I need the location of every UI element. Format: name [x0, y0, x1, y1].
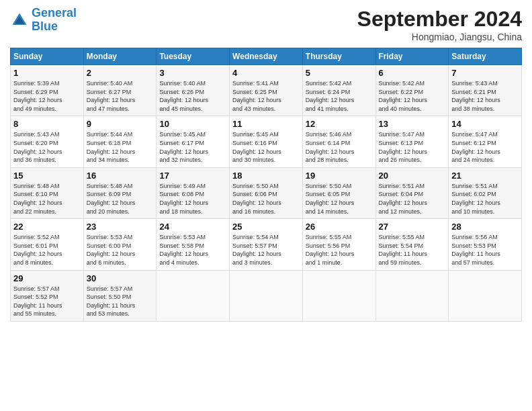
day-info: Sunrise: 5:48 AM Sunset: 6:09 PM Dayligh… — [87, 182, 154, 216]
weekday-header-tuesday: Tuesday — [157, 48, 230, 65]
day-number: 23 — [87, 222, 154, 232]
calendar-week-1: 1Sunrise: 5:39 AM Sunset: 6:29 PM Daylig… — [11, 65, 522, 116]
calendar-cell: 21Sunrise: 5:51 AM Sunset: 6:02 PM Dayli… — [449, 167, 522, 218]
day-info: Sunrise: 5:57 AM Sunset: 5:52 PM Dayligh… — [13, 285, 81, 318]
weekday-header-saturday: Saturday — [449, 48, 522, 65]
day-number: 25 — [232, 222, 300, 232]
calendar-cell: 14Sunrise: 5:47 AM Sunset: 6:12 PM Dayli… — [449, 116, 522, 167]
calendar-cell: 3Sunrise: 5:40 AM Sunset: 6:26 PM Daylig… — [157, 65, 230, 116]
calendar-cell: 22Sunrise: 5:52 AM Sunset: 6:01 PM Dayli… — [11, 219, 84, 270]
calendar-cell — [375, 270, 449, 321]
day-info: Sunrise: 5:42 AM Sunset: 6:24 PM Dayligh… — [306, 79, 373, 113]
weekday-header-monday: Monday — [83, 48, 157, 65]
day-number: 10 — [159, 119, 226, 129]
calendar-header-row: SundayMondayTuesdayWednesdayThursdayFrid… — [11, 48, 522, 65]
day-number: 3 — [159, 68, 226, 78]
calendar-table: SundayMondayTuesdayWednesdayThursdayFrid… — [10, 48, 522, 322]
calendar-cell — [230, 270, 303, 321]
calendar-cell: 7Sunrise: 5:43 AM Sunset: 6:21 PM Daylig… — [449, 65, 522, 116]
logo-text: General Blue — [32, 7, 77, 34]
day-number: 30 — [87, 273, 154, 283]
weekday-header-friday: Friday — [375, 48, 449, 65]
month-title: September 2024 — [357, 7, 522, 32]
calendar-cell: 15Sunrise: 5:48 AM Sunset: 6:10 PM Dayli… — [11, 167, 84, 218]
day-info: Sunrise: 5:45 AM Sunset: 6:17 PM Dayligh… — [159, 130, 226, 164]
calendar-cell: 2Sunrise: 5:40 AM Sunset: 6:27 PM Daylig… — [83, 65, 157, 116]
calendar-body: 1Sunrise: 5:39 AM Sunset: 6:29 PM Daylig… — [11, 65, 522, 322]
day-info: Sunrise: 5:53 AM Sunset: 5:58 PM Dayligh… — [159, 233, 226, 267]
weekday-header-sunday: Sunday — [11, 48, 84, 65]
day-number: 22 — [13, 222, 81, 232]
day-info: Sunrise: 5:40 AM Sunset: 6:27 PM Dayligh… — [87, 79, 154, 113]
day-number: 16 — [87, 171, 154, 181]
day-info: Sunrise: 5:39 AM Sunset: 6:29 PM Dayligh… — [13, 79, 81, 113]
day-number: 2 — [87, 68, 154, 78]
calendar-week-5: 29Sunrise: 5:57 AM Sunset: 5:52 PM Dayli… — [11, 270, 522, 321]
day-info: Sunrise: 5:57 AM Sunset: 5:50 PM Dayligh… — [87, 285, 154, 318]
calendar-cell: 25Sunrise: 5:54 AM Sunset: 5:57 PM Dayli… — [230, 219, 303, 270]
day-info: Sunrise: 5:53 AM Sunset: 6:00 PM Dayligh… — [87, 233, 154, 267]
calendar-week-4: 22Sunrise: 5:52 AM Sunset: 6:01 PM Dayli… — [11, 219, 522, 270]
weekday-header-wednesday: Wednesday — [230, 48, 303, 65]
day-number: 1 — [13, 68, 81, 78]
day-number: 6 — [379, 68, 446, 78]
day-info: Sunrise: 5:51 AM Sunset: 6:04 PM Dayligh… — [379, 182, 446, 216]
day-number: 9 — [87, 119, 154, 129]
calendar-cell: 11Sunrise: 5:45 AM Sunset: 6:16 PM Dayli… — [230, 116, 303, 167]
day-number: 19 — [306, 171, 373, 181]
calendar-cell: 12Sunrise: 5:46 AM Sunset: 6:14 PM Dayli… — [302, 116, 375, 167]
day-info: Sunrise: 5:50 AM Sunset: 6:05 PM Dayligh… — [306, 182, 373, 216]
day-info: Sunrise: 5:44 AM Sunset: 6:18 PM Dayligh… — [87, 130, 154, 164]
day-number: 14 — [451, 119, 519, 129]
day-info: Sunrise: 5:47 AM Sunset: 6:13 PM Dayligh… — [379, 130, 446, 164]
calendar-cell: 5Sunrise: 5:42 AM Sunset: 6:24 PM Daylig… — [302, 65, 375, 116]
day-info: Sunrise: 5:56 AM Sunset: 5:53 PM Dayligh… — [451, 233, 519, 267]
day-number: 24 — [159, 222, 226, 232]
calendar-cell: 13Sunrise: 5:47 AM Sunset: 6:13 PM Dayli… — [375, 116, 449, 167]
day-number: 20 — [379, 171, 446, 181]
day-number: 17 — [159, 171, 226, 181]
day-info: Sunrise: 5:51 AM Sunset: 6:02 PM Dayligh… — [451, 182, 519, 216]
calendar-cell: 6Sunrise: 5:42 AM Sunset: 6:22 PM Daylig… — [375, 65, 449, 116]
calendar-cell: 28Sunrise: 5:56 AM Sunset: 5:53 PM Dayli… — [449, 219, 522, 270]
day-info: Sunrise: 5:54 AM Sunset: 5:57 PM Dayligh… — [232, 233, 300, 267]
calendar-cell: 17Sunrise: 5:49 AM Sunset: 6:08 PM Dayli… — [157, 167, 230, 218]
day-info: Sunrise: 5:55 AM Sunset: 5:54 PM Dayligh… — [379, 233, 446, 267]
day-number: 15 — [13, 171, 81, 181]
day-number: 7 — [451, 68, 519, 78]
day-info: Sunrise: 5:48 AM Sunset: 6:10 PM Dayligh… — [13, 182, 81, 216]
day-info: Sunrise: 5:55 AM Sunset: 5:56 PM Dayligh… — [306, 233, 373, 267]
calendar-cell: 27Sunrise: 5:55 AM Sunset: 5:54 PM Dayli… — [375, 219, 449, 270]
calendar-cell: 26Sunrise: 5:55 AM Sunset: 5:56 PM Dayli… — [302, 219, 375, 270]
calendar-cell: 29Sunrise: 5:57 AM Sunset: 5:52 PM Dayli… — [11, 270, 84, 321]
calendar-cell: 4Sunrise: 5:41 AM Sunset: 6:25 PM Daylig… — [230, 65, 303, 116]
day-number: 4 — [232, 68, 300, 78]
day-info: Sunrise: 5:49 AM Sunset: 6:08 PM Dayligh… — [159, 182, 226, 216]
calendar-cell: 10Sunrise: 5:45 AM Sunset: 6:17 PM Dayli… — [157, 116, 230, 167]
logo-line1: General — [32, 6, 77, 19]
day-number: 29 — [13, 273, 81, 283]
day-number: 11 — [232, 119, 300, 129]
day-number: 5 — [306, 68, 373, 78]
calendar-cell: 9Sunrise: 5:44 AM Sunset: 6:18 PM Daylig… — [83, 116, 157, 167]
calendar-cell — [302, 270, 375, 321]
location: Hongmiao, Jiangsu, China — [357, 32, 522, 42]
day-info: Sunrise: 5:46 AM Sunset: 6:14 PM Dayligh… — [306, 130, 373, 164]
calendar-cell: 20Sunrise: 5:51 AM Sunset: 6:04 PM Dayli… — [375, 167, 449, 218]
day-number: 27 — [379, 222, 446, 232]
title-block: September 2024 Hongmiao, Jiangsu, China — [357, 7, 522, 42]
day-number: 21 — [451, 171, 519, 181]
header: General Blue September 2024 Hongmiao, Ji… — [10, 7, 522, 42]
calendar-week-3: 15Sunrise: 5:48 AM Sunset: 6:10 PM Dayli… — [11, 167, 522, 218]
day-info: Sunrise: 5:52 AM Sunset: 6:01 PM Dayligh… — [13, 233, 81, 267]
calendar-cell: 24Sunrise: 5:53 AM Sunset: 5:58 PM Dayli… — [157, 219, 230, 270]
day-info: Sunrise: 5:43 AM Sunset: 6:21 PM Dayligh… — [451, 79, 519, 113]
calendar-cell: 8Sunrise: 5:43 AM Sunset: 6:20 PM Daylig… — [11, 116, 84, 167]
page-container: General Blue September 2024 Hongmiao, Ji… — [0, 0, 532, 328]
calendar-cell: 18Sunrise: 5:50 AM Sunset: 6:06 PM Dayli… — [230, 167, 303, 218]
day-info: Sunrise: 5:40 AM Sunset: 6:26 PM Dayligh… — [159, 79, 226, 113]
day-info: Sunrise: 5:43 AM Sunset: 6:20 PM Dayligh… — [13, 130, 81, 164]
day-number: 18 — [232, 171, 300, 181]
calendar-week-2: 8Sunrise: 5:43 AM Sunset: 6:20 PM Daylig… — [11, 116, 522, 167]
day-number: 26 — [306, 222, 373, 232]
